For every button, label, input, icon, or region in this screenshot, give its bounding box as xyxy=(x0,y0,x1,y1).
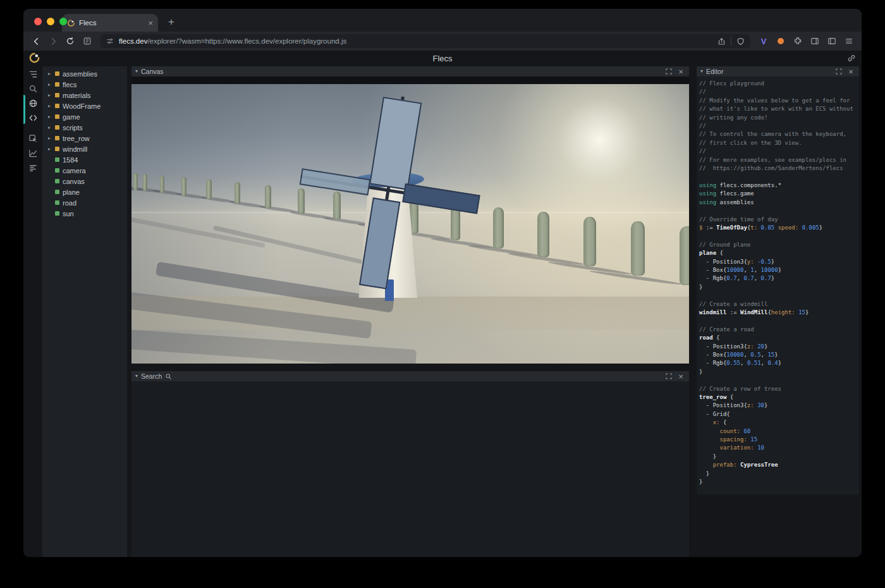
cypress-tree-3d xyxy=(583,217,596,266)
close-panel-icon[interactable]: × xyxy=(676,67,685,76)
tree-item[interactable]: plane xyxy=(42,187,127,197)
entity-type-icon xyxy=(55,147,59,151)
search-results-area xyxy=(131,381,689,557)
active-panel-indicator xyxy=(23,95,25,124)
scene-globe-icon[interactable] xyxy=(28,99,38,108)
code-editor-icon[interactable] xyxy=(28,113,38,123)
forward-icon[interactable] xyxy=(47,35,59,47)
tree-item[interactable]: ▸ assemblies xyxy=(42,68,127,79)
editor-panel: ▾ Editor × // Flecs playground//// Modif… xyxy=(697,66,859,494)
flecs-favicon-icon xyxy=(67,19,75,27)
search-panel-title: Search xyxy=(141,372,162,380)
share-icon[interactable] xyxy=(717,37,726,46)
new-tab-button[interactable]: + xyxy=(164,16,178,28)
chart-icon[interactable] xyxy=(28,149,38,158)
shadow-streak xyxy=(131,327,417,364)
entity-type-icon xyxy=(55,104,59,108)
menu-icon[interactable] xyxy=(843,35,855,47)
tree-item[interactable]: road xyxy=(42,197,127,208)
expand-caret-icon[interactable]: ▸ xyxy=(47,146,52,152)
tree-item[interactable]: ▸ flecs xyxy=(42,79,127,90)
entity-type-icon xyxy=(55,93,59,97)
expand-caret-icon[interactable]: ▸ xyxy=(47,114,52,119)
canvas-body xyxy=(131,77,689,364)
tree-item[interactable]: canvas xyxy=(42,176,127,187)
expand-caret-icon[interactable]: ▸ xyxy=(47,92,52,98)
url-host: flecs.dev xyxy=(119,37,147,45)
cypress-tree-3d xyxy=(333,192,341,219)
sidebar-toggle-icon[interactable] xyxy=(809,35,821,47)
bookmarks-panel-icon[interactable] xyxy=(81,35,94,47)
fullscreen-icon[interactable] xyxy=(834,67,843,76)
cypress-tree-3d xyxy=(206,180,211,199)
canvas-3d-viewport[interactable] xyxy=(131,84,689,364)
collapse-caret-icon[interactable]: ▾ xyxy=(135,374,138,379)
cypress-tree-3d xyxy=(493,207,504,248)
tree-item[interactable]: camera xyxy=(42,165,127,176)
entity-label: scripts xyxy=(63,124,83,132)
site-info-icon[interactable] xyxy=(106,37,114,45)
entity-label: tree_row xyxy=(63,135,90,142)
entity-type-icon xyxy=(55,168,59,173)
entity-tree: ▸ assemblies ▸ flecs ▸ materials ▸ WoodF… xyxy=(42,68,127,219)
canvas-panel: ▾ Canvas × xyxy=(131,66,689,364)
tree-item[interactable]: sun xyxy=(42,208,127,219)
entity-tree-panel: ▸ assemblies ▸ flecs ▸ materials ▸ WoodF… xyxy=(42,66,127,557)
tree-item[interactable]: ▸ game xyxy=(42,111,127,122)
tree-item[interactable]: ▸ WoodFrame xyxy=(42,101,127,111)
tab-title: Flecs xyxy=(79,19,144,27)
tab-strip: Flecs × + xyxy=(23,9,862,32)
shield-icon[interactable] xyxy=(736,37,745,46)
zoom-window-button[interactable] xyxy=(59,18,67,25)
expand-caret-icon[interactable]: ▸ xyxy=(47,103,52,109)
cypress-tree-3d xyxy=(235,182,240,204)
collapse-caret-icon[interactable]: ▾ xyxy=(135,69,138,74)
share-link-icon[interactable] xyxy=(847,54,856,63)
editor-code[interactable]: // Flecs playground//// Modify the value… xyxy=(699,80,857,487)
close-panel-icon[interactable]: × xyxy=(676,372,685,381)
close-window-button[interactable] xyxy=(34,18,42,25)
reload-icon[interactable] xyxy=(64,35,76,47)
extension-dot-icon[interactable] xyxy=(774,35,787,47)
entity-label: windmill xyxy=(63,145,87,153)
entity-label: game xyxy=(63,113,80,121)
fullscreen-icon[interactable] xyxy=(664,67,673,76)
browser-tab[interactable]: Flecs × xyxy=(62,14,158,32)
expand-caret-icon[interactable]: ▸ xyxy=(47,125,52,130)
expand-caret-icon[interactable]: ▸ xyxy=(47,82,52,87)
panel-toggle-icon[interactable] xyxy=(826,35,838,47)
expand-caret-icon[interactable]: ▸ xyxy=(47,71,52,77)
entity-label: plane xyxy=(63,188,80,196)
extensions-puzzle-icon[interactable] xyxy=(791,35,804,47)
back-icon[interactable] xyxy=(30,35,42,47)
editor-panel-header: ▾ Editor × xyxy=(697,66,859,77)
outliner-icon[interactable] xyxy=(28,70,38,79)
stats-icon[interactable] xyxy=(28,163,38,173)
minimize-window-button[interactable] xyxy=(47,18,54,25)
entity-type-icon xyxy=(55,82,59,87)
cypress-tree-3d xyxy=(143,174,147,191)
cypress-tree-3d xyxy=(680,226,689,285)
fullscreen-icon[interactable] xyxy=(664,372,673,381)
browser-toolbar: flecs.dev/explorer/?wasm=https://www.fle… xyxy=(23,32,862,51)
collapse-caret-icon[interactable]: ▾ xyxy=(700,69,703,74)
tab-close-icon[interactable]: × xyxy=(148,19,153,27)
entity-label: 1584 xyxy=(63,156,78,164)
tree-item[interactable]: ▸ tree_row xyxy=(42,133,127,144)
tree-item[interactable]: 1584 xyxy=(42,154,127,165)
address-bar[interactable]: flecs.dev/explorer/?wasm=https://www.fle… xyxy=(101,34,750,48)
entity-label: WoodFrame xyxy=(63,102,101,110)
tree-item[interactable]: ▸ windmill xyxy=(42,144,127,154)
cypress-tree-3d xyxy=(631,221,645,275)
tree-item[interactable]: ▸ materials xyxy=(42,90,127,101)
entity-type-icon xyxy=(55,179,59,183)
search-icon[interactable] xyxy=(28,84,38,94)
inspector-icon[interactable] xyxy=(28,134,38,144)
expand-caret-icon[interactable]: ▸ xyxy=(47,135,52,141)
url-path: /explorer/?wasm=https://www.flecs.dev/ex… xyxy=(147,37,346,45)
tree-shadow-3d xyxy=(176,192,207,200)
tree-item[interactable]: ▸ scripts xyxy=(42,122,127,133)
extension-v-icon[interactable]: V xyxy=(757,35,770,47)
close-panel-icon[interactable]: × xyxy=(846,67,855,76)
entity-type-icon xyxy=(55,125,59,130)
